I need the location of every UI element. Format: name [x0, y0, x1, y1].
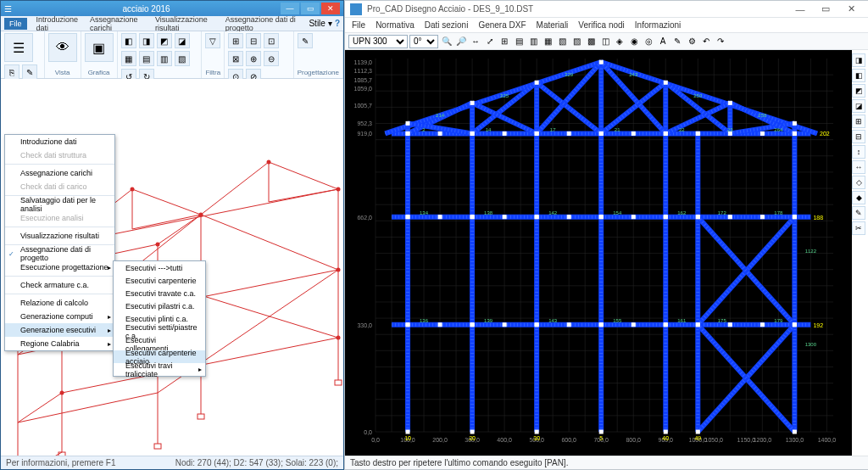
toolbar-btn[interactable]: ▧ — [555, 35, 569, 48]
toolbar-btn[interactable]: ⚙ — [685, 35, 698, 48]
ribbon-btn[interactable]: ▧ — [175, 51, 190, 66]
sidetool-btn[interactable]: ◇ — [852, 176, 865, 189]
toolbar-btn[interactable]: ⊞ — [498, 35, 511, 48]
procad-menu-item[interactable]: Genera DXF — [478, 20, 526, 30]
ribbon-btn[interactable]: ◩ — [157, 33, 172, 48]
ctx-item[interactable]: Generazione esecutivi — [5, 323, 114, 337]
toolbar-btn[interactable]: 🔎 — [454, 35, 468, 48]
sidetool-btn[interactable]: ◪ — [852, 99, 865, 113]
ribbon-btn[interactable]: ✎ — [298, 33, 313, 48]
sys-menu-icon[interactable]: ☰ — [4, 4, 12, 14]
sidetool-btn[interactable]: ⊟ — [852, 130, 865, 143]
toolbar-btn[interactable]: ▨ — [570, 35, 583, 48]
procad-menu-item[interactable]: Materiali — [537, 20, 569, 30]
ribbon-btn[interactable]: ⊡ — [264, 33, 279, 48]
submenu-item[interactable]: Esecutivi pilastri c.a. — [114, 299, 205, 312]
ctx-item[interactable]: Regione Calabria — [5, 337, 114, 350]
close-button[interactable]: ✕ — [321, 3, 340, 14]
ctx-item[interactable]: Relazione di calcolo — [5, 296, 114, 310]
ribbon-btn[interactable]: ✎ — [22, 64, 37, 80]
ribbon-btn[interactable]: ⊞ — [228, 33, 243, 48]
sidetool-btn[interactable]: ↕ — [852, 145, 865, 159]
procad-menu-item[interactable]: Verifica nodi — [578, 20, 624, 30]
svg-text:1400,0: 1400,0 — [818, 437, 837, 443]
sidetool-btn[interactable]: ⊞ — [852, 115, 865, 128]
ribbon-btn[interactable]: ▥ — [157, 51, 172, 66]
sidetool-btn[interactable]: ◩ — [852, 84, 865, 98]
ribbon-btn[interactable]: ▦ — [121, 51, 136, 66]
ribbon-btn[interactable]: ◧ — [121, 33, 136, 48]
maximize-button[interactable]: ▭ — [813, 2, 838, 17]
toolbar-btn[interactable]: 🔍 — [440, 35, 453, 48]
svg-line-17 — [18, 452, 62, 456]
ribbon-btn[interactable]: 👁 — [48, 33, 77, 62]
procad-menu-item[interactable]: Dati sezioni — [425, 20, 469, 30]
ribbon-btn[interactable]: ⎘ — [4, 64, 19, 80]
submenu-item[interactable]: Esecutivi carpenterie — [114, 274, 205, 287]
ribbon-btn[interactable]: ◪ — [175, 33, 190, 48]
svg-text:10: 10 — [404, 435, 411, 441]
ctx-item[interactable]: Check armature c.a. — [5, 278, 114, 292]
sidetool-btn[interactable]: ↔ — [852, 160, 865, 174]
svg-text:192: 192 — [813, 322, 823, 328]
procad-menu-item[interactable]: File — [352, 20, 365, 30]
sidetool-btn[interactable]: ✎ — [852, 206, 865, 220]
sidetool-btn[interactable]: ◆ — [852, 191, 865, 204]
menu-file[interactable]: File — [4, 18, 27, 30]
ctx-item[interactable]: Assegnazione dati di progetto — [5, 247, 114, 260]
sidetool-btn[interactable]: ✂ — [852, 221, 865, 235]
ribbon-btn[interactable]: ⊖ — [264, 51, 279, 66]
ctx-item[interactable]: Introduzione dati — [5, 135, 114, 148]
toolbar-btn[interactable]: ◉ — [627, 35, 641, 48]
submenu-item[interactable]: Esecutivi travi tralicciate — [114, 363, 205, 376]
ribbon-btn[interactable]: ▽ — [205, 33, 220, 48]
toolbar-btn[interactable]: ▩ — [584, 35, 598, 48]
ribbon-btn[interactable]: ▣ — [85, 33, 114, 62]
svg-text:258: 258 — [758, 113, 767, 118]
minimize-button[interactable]: — — [787, 2, 813, 17]
toolbar-btn[interactable]: ✎ — [670, 35, 684, 48]
toolbar-btn[interactable]: ▦ — [541, 35, 554, 48]
ribbon-btn[interactable]: ⊟ — [246, 33, 261, 48]
toolbar-btn[interactable]: ▤ — [512, 35, 526, 48]
menu-visualizzazione[interactable]: Visualizzazione risultati — [153, 14, 216, 34]
toolbar-btn[interactable]: ⤢ — [483, 35, 497, 48]
ribbon-btn[interactable]: ⊕ — [246, 51, 261, 66]
toolbar-btn[interactable]: ◫ — [598, 35, 612, 48]
procad-menu-item[interactable]: Normativa — [376, 20, 415, 30]
section-combo[interactable]: UPN 300 — [348, 35, 408, 48]
sidetool-btn[interactable]: ◧ — [852, 69, 865, 82]
ctx-item[interactable]: Visualizzazione risultati — [5, 229, 114, 243]
menu-assegnazione-progetto[interactable]: Assegnazione dati di progetto — [223, 14, 303, 34]
toolbar-btn[interactable]: ↷ — [714, 35, 727, 48]
stile-dropdown-icon[interactable]: ▾ — [328, 19, 332, 28]
acciaio-canvas[interactable]: Introduzione datiCheck dati strutturaAss… — [1, 79, 343, 456]
ribbon-btn[interactable]: ☰ — [4, 33, 33, 62]
ribbon-btn[interactable]: ◨ — [139, 33, 154, 48]
procad-canvas[interactable]: 2021881922142252292432502582141721222326… — [345, 50, 852, 456]
ctx-item[interactable]: Assegnazione carichi — [5, 166, 114, 180]
toolbar-btn[interactable]: ↶ — [699, 35, 713, 48]
submenu-item[interactable]: Esecutivi travate c.a. — [114, 287, 205, 299]
maximize-button[interactable]: ▭ — [301, 3, 320, 14]
toolbar-btn[interactable]: ↔ — [469, 35, 482, 48]
close-button[interactable]: ✕ — [838, 2, 864, 17]
ribbon-btn[interactable]: ▤ — [139, 51, 154, 66]
submenu-item[interactable]: Esecutivi --->tutti — [114, 261, 205, 274]
svg-text:22: 22 — [679, 127, 685, 132]
help-icon[interactable]: ? — [335, 19, 340, 28]
ctx-item[interactable]: Esecuzione progettazione — [5, 260, 114, 274]
menu-introduzione[interactable]: Introduzione dati — [34, 14, 81, 34]
ctx-item[interactable]: Generazione computi — [5, 310, 114, 323]
svg-text:188: 188 — [813, 215, 823, 221]
procad-menu-item[interactable]: Informazioni — [635, 20, 681, 30]
sidetool-btn[interactable]: ◨ — [852, 53, 865, 67]
toolbar-btn[interactable]: ◈ — [613, 35, 626, 48]
ctx-item[interactable]: Salvataggio dati per le analisi — [5, 198, 114, 211]
toolbar-btn[interactable]: ▥ — [526, 35, 540, 48]
toolbar-btn[interactable]: ◎ — [642, 35, 655, 48]
toolbar-btn[interactable]: A — [656, 35, 670, 48]
ribbon-btn[interactable]: ⊠ — [228, 51, 243, 66]
angle-combo[interactable]: 0° — [409, 35, 438, 48]
menu-assegnazione-carichi[interactable]: Assegnazione carichi — [87, 14, 146, 34]
